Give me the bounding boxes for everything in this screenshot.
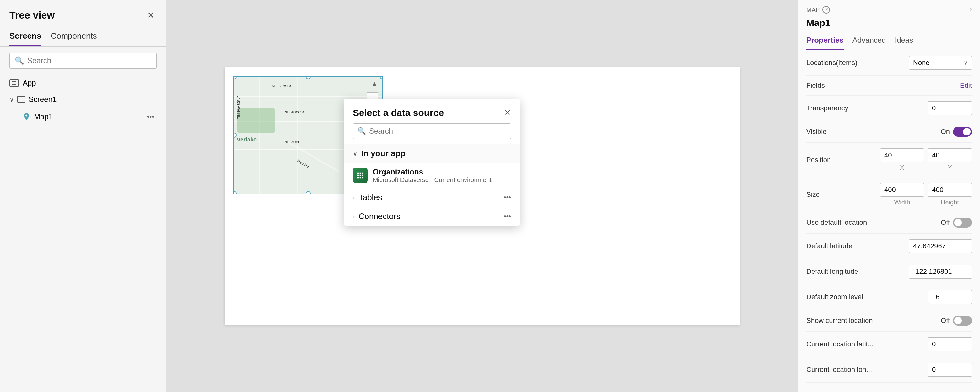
help-icon[interactable]: ? xyxy=(822,6,830,14)
fields-edit-link[interactable]: Edit xyxy=(960,81,972,89)
transparency-input[interactable] xyxy=(928,101,972,115)
default-location-off-label: Off xyxy=(941,218,950,227)
default-latitude-input[interactable] xyxy=(909,239,972,253)
size-width-col: Width xyxy=(880,183,924,206)
default-latitude-label: Default latitude xyxy=(806,242,909,250)
canvas-container: NE 51st St NE 40th St NE 30th verlake 14… xyxy=(224,67,740,325)
props-component-name: Map1 xyxy=(798,16,980,33)
visible-toggle[interactable] xyxy=(953,127,972,137)
props-tab-advanced[interactable]: Advanced xyxy=(853,33,886,50)
connectors-more-icon[interactable]: ••• xyxy=(504,212,511,220)
fields-label: Fields xyxy=(806,81,960,89)
size-row: Size Width Height xyxy=(806,177,972,212)
locations-label: Locations(Items) xyxy=(806,59,909,67)
map-tree-label: Map1 xyxy=(34,112,142,121)
props-tab-ideas[interactable]: Ideas xyxy=(894,33,913,50)
organizations-item[interactable]: Organizations Microsoft Dataverse - Curr… xyxy=(344,163,520,188)
search-icon: 🔍 xyxy=(15,56,24,65)
width-label: Width xyxy=(880,199,924,206)
position-x-input[interactable] xyxy=(880,148,924,162)
screen-label: Screen1 xyxy=(29,95,57,104)
tables-chevron-icon: › xyxy=(353,194,355,201)
dialog-title: Select a data source xyxy=(353,107,444,118)
locations-dropdown[interactable]: None ∨ xyxy=(909,56,972,70)
position-y-input[interactable] xyxy=(928,148,972,162)
current-lon-label: Current location lon... xyxy=(806,366,928,374)
organizations-info: Organizations Microsoft Dataverse - Curr… xyxy=(373,167,511,183)
tree-tabs: Screens Components xyxy=(0,28,166,46)
visible-on-label: On xyxy=(941,127,950,136)
tables-left: › Tables xyxy=(353,193,382,202)
tree-title: Tree view xyxy=(10,10,55,21)
tree-item-screen[interactable]: ∨ Screen1 xyxy=(0,91,166,107)
visible-label: Visible xyxy=(806,127,941,136)
show-current-location-toggle[interactable] xyxy=(953,316,972,326)
default-location-row: Use default location Off xyxy=(806,212,972,234)
current-lat-input[interactable] xyxy=(928,337,972,351)
tree-search-input[interactable] xyxy=(27,56,151,65)
props-tabs: Properties Advanced Ideas xyxy=(798,33,980,50)
y-label: Y xyxy=(928,164,972,171)
tables-label: Tables xyxy=(359,193,382,202)
default-zoom-input[interactable] xyxy=(928,290,972,304)
properties-panel: MAP ? › Map1 Properties Advanced Ideas L… xyxy=(798,0,980,392)
in-your-app-header[interactable]: ∨ In your app xyxy=(344,144,520,163)
organizations-name: Organizations xyxy=(373,167,511,176)
chevron-down-icon: ∨ xyxy=(10,96,14,103)
default-location-toggle[interactable] xyxy=(953,218,972,228)
current-lon-input[interactable] xyxy=(928,363,972,377)
size-height-col: Height xyxy=(928,183,972,206)
organizations-sub: Microsoft Dataverse - Current environmen… xyxy=(373,176,511,183)
position-x-col: X xyxy=(880,148,924,171)
default-longitude-input[interactable] xyxy=(909,265,972,279)
close-tree-button[interactable]: ✕ xyxy=(145,9,157,22)
visible-toggle-container: On xyxy=(941,127,972,137)
in-your-app-label: In your app xyxy=(361,149,405,158)
screen-icon xyxy=(17,96,25,103)
organizations-icon xyxy=(353,168,368,183)
show-current-location-row: Show current location Off xyxy=(806,310,972,331)
props-section: Locations(Items) None ∨ Fields Edit Tran… xyxy=(798,50,980,382)
dialog-search-box: 🔍 xyxy=(353,123,511,139)
connectors-row[interactable]: › Connectors ••• xyxy=(344,207,520,226)
props-tab-properties[interactable]: Properties xyxy=(806,33,844,50)
dialog-header: Select a data source ✕ xyxy=(344,99,520,123)
app-label: App xyxy=(22,78,36,88)
props-map-tag: MAP ? xyxy=(806,6,830,14)
dialog-overlay: Select a data source ✕ 🔍 ∨ In your app xyxy=(224,67,740,325)
map-tag-text: MAP xyxy=(806,6,820,14)
locations-value: None xyxy=(913,59,961,67)
tab-screens[interactable]: Screens xyxy=(10,28,41,46)
current-lon-row: Current location lon... xyxy=(806,357,972,382)
app-icon xyxy=(10,79,19,87)
select-datasource-dialog: Select a data source ✕ 🔍 ∨ In your app xyxy=(344,99,520,226)
map-more-button[interactable]: ••• xyxy=(145,111,157,122)
tab-components[interactable]: Components xyxy=(51,28,97,46)
size-height-input[interactable] xyxy=(928,183,972,197)
tables-more-icon[interactable]: ••• xyxy=(504,193,511,201)
fields-row: Fields Edit xyxy=(806,76,972,96)
in-your-app-section: ∨ In your app Organizations Microsoft Da… xyxy=(344,144,520,188)
default-longitude-row: Default longitude xyxy=(806,259,972,285)
dialog-close-button[interactable]: ✕ xyxy=(504,108,511,118)
tree-item-app[interactable]: App xyxy=(0,75,166,91)
position-y-col: Y xyxy=(928,148,972,171)
position-label: Position xyxy=(806,156,880,164)
size-width-input[interactable] xyxy=(880,183,924,197)
dialog-search-input[interactable] xyxy=(369,127,506,135)
size-label: Size xyxy=(806,191,880,199)
connectors-label: Connectors xyxy=(359,212,401,221)
props-panel-top: MAP ? › xyxy=(798,0,980,16)
connectors-left: › Connectors xyxy=(353,212,401,221)
default-location-toggle-container: Off xyxy=(941,218,972,228)
default-location-label: Use default location xyxy=(806,218,941,227)
tree-item-map[interactable]: Map1 ••• xyxy=(0,107,166,126)
tables-row[interactable]: › Tables ••• xyxy=(344,188,520,207)
transparency-row: Transparency xyxy=(806,96,972,121)
props-expand-icon[interactable]: › xyxy=(970,6,972,14)
show-current-location-label: Show current location xyxy=(806,317,941,325)
default-zoom-row: Default zoom level xyxy=(806,285,972,310)
default-zoom-label: Default zoom level xyxy=(806,293,928,301)
height-label: Height xyxy=(928,199,972,206)
default-latitude-row: Default latitude xyxy=(806,234,972,259)
